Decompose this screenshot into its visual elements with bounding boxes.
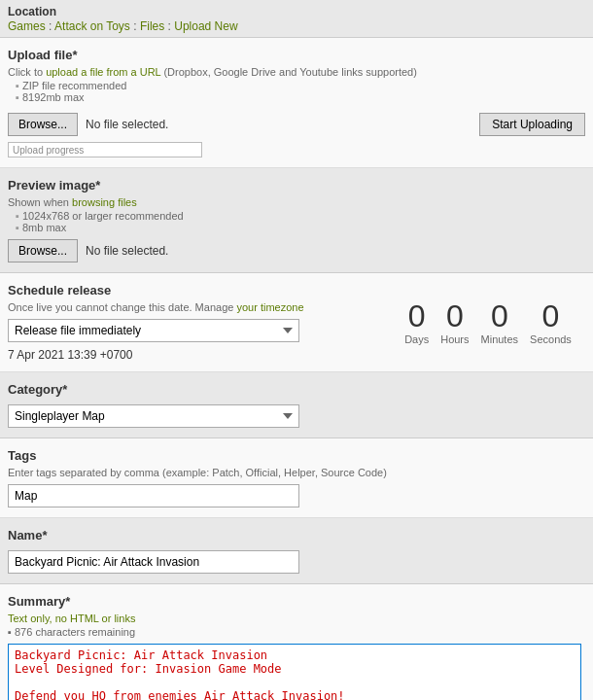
upload-file-title: Upload file* — [8, 48, 585, 62]
category-title: Category* — [8, 382, 585, 397]
start-uploading-button[interactable]: Start Uploading — [479, 113, 585, 136]
upload-file-hint: Click to upload a file from a URL (Dropb… — [8, 66, 585, 78]
schedule-release-section: Schedule release Once live you cannot ch… — [0, 273, 593, 372]
summary-hint1: Text only, no HTML or links — [8, 612, 585, 624]
tags-section: Tags Enter tags separated by comma (exam… — [0, 438, 593, 518]
upload-file-section: Upload file* Click to upload a file from… — [0, 38, 593, 168]
countdown-seconds: 0 Seconds — [530, 300, 572, 345]
tags-hint: Enter tags separated by comma (example: … — [8, 467, 585, 478]
tags-title: Tags — [8, 448, 585, 463]
upload-progress-bar: Upload progress — [8, 142, 202, 158]
name-section: Name* — [0, 518, 593, 584]
category-dropdown[interactable]: Singleplayer MapMultiplayer MapModOther — [8, 404, 299, 428]
preview-image-hint: Shown when browsing files — [8, 196, 585, 208]
breadcrumb-attack-on-toys[interactable]: Attack on Toys — [54, 19, 130, 33]
upload-progress-container: Upload progress — [8, 142, 401, 158]
preview-image-controls: Browse... No file selected. — [8, 239, 585, 262]
breadcrumb-upload-new[interactable]: Upload New — [174, 19, 237, 33]
summary-chars-remaining: ▪ 876 characters remaining — [8, 626, 585, 638]
schedule-hint: Once live you cannot change this date. M… — [8, 301, 391, 313]
name-input[interactable] — [8, 550, 299, 574]
upload-file-bullets: ZIP file recommended 8192mb max — [8, 80, 585, 103]
preview-image-title: Preview image* — [8, 178, 585, 192]
summary-textarea[interactable] — [8, 644, 581, 700]
schedule-title: Schedule release — [8, 283, 391, 298]
countdown-row: 0 Days 0 Hours 0 Minutes 0 Seconds — [404, 300, 572, 345]
upload-file-left: Browse... No file selected. Upload progr… — [8, 109, 401, 158]
countdown-days: 0 Days — [404, 300, 429, 345]
location-label: Location — [8, 5, 56, 18]
timezone-link[interactable]: your timezone — [236, 301, 303, 313]
upload-progress-label: Upload progress — [13, 143, 84, 158]
breadcrumb: Games : Attack on Toys : Files : Upload … — [8, 19, 238, 33]
breadcrumb-files[interactable]: Files — [140, 19, 164, 33]
schedule-right: 0 Days 0 Hours 0 Minutes 0 Seconds — [391, 283, 585, 362]
preview-image-bullets: 1024x768 or larger recommended 8mb max — [8, 210, 585, 233]
upload-file-controls: Browse... No file selected. — [8, 113, 401, 136]
preview-browse-button[interactable]: Browse... — [8, 239, 78, 262]
upload-file-right: Start Uploading — [479, 113, 585, 136]
upload-url-link[interactable]: upload a file from a URL — [46, 66, 160, 78]
tags-input[interactable] — [8, 484, 299, 508]
schedule-left: Schedule release Once live you cannot ch… — [8, 283, 391, 362]
summary-section: Summary* Text only, no HTML or links ▪ 8… — [0, 584, 593, 700]
name-title: Name* — [8, 528, 585, 542]
summary-title: Summary* — [8, 594, 585, 609]
countdown-minutes: 0 Minutes — [481, 300, 519, 345]
chars-remaining-text: 876 characters remaining — [15, 626, 135, 638]
category-section: Category* Singleplayer MapMultiplayer Ma… — [0, 372, 593, 438]
preview-image-section: Preview image* Shown when browsing files… — [0, 168, 593, 273]
breadcrumb-games[interactable]: Games — [8, 19, 46, 33]
schedule-dropdown[interactable]: Release file immediatelySchedule for lat… — [8, 319, 299, 342]
schedule-date-display: 7 Apr 2021 13:39 +0700 — [8, 348, 391, 362]
browsing-files-link[interactable]: browsing files — [72, 196, 137, 208]
upload-no-file: No file selected. — [86, 118, 168, 131]
location-bar: Location Games : Attack on Toys : Files … — [0, 0, 593, 38]
upload-file-row: Browse... No file selected. Upload progr… — [8, 109, 585, 158]
preview-no-file: No file selected. — [86, 244, 168, 258]
upload-browse-button[interactable]: Browse... — [8, 113, 78, 136]
countdown-hours: 0 Hours — [440, 300, 469, 345]
